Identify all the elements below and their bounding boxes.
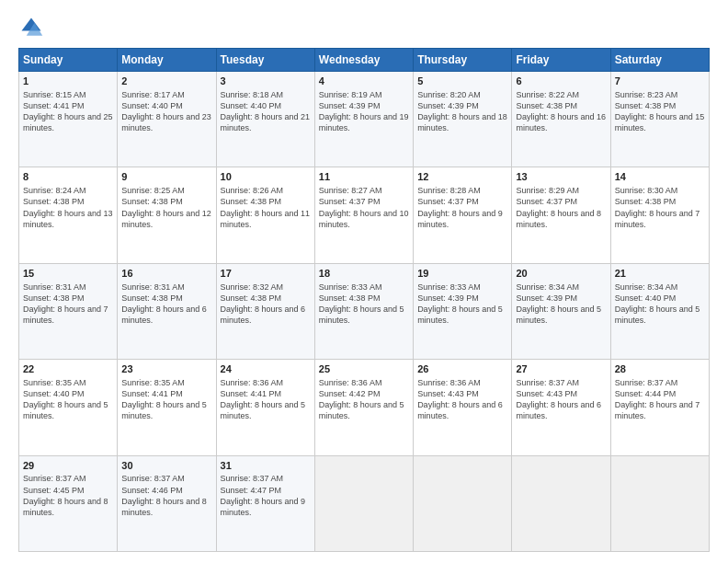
- day-info: Sunrise: 8:31 AMSunset: 4:38 PMDaylight:…: [23, 282, 108, 325]
- calendar-cell: 8Sunrise: 8:24 AMSunset: 4:38 PMDaylight…: [19, 167, 118, 263]
- day-number: 21: [615, 267, 705, 281]
- day-info: Sunrise: 8:25 AMSunset: 4:38 PMDaylight:…: [121, 186, 211, 228]
- day-info: Sunrise: 8:37 AMSunset: 4:47 PMDaylight:…: [221, 474, 306, 516]
- calendar-cell: 26Sunrise: 8:36 AMSunset: 4:43 PMDayligh…: [414, 360, 512, 455]
- day-info: Sunrise: 8:18 AMSunset: 4:40 PMDaylight:…: [221, 90, 311, 132]
- day-number: 23: [121, 362, 211, 376]
- day-number: 1: [23, 75, 113, 88]
- day-header: Sunday: [19, 49, 118, 72]
- calendar-cell: 24Sunrise: 8:36 AMSunset: 4:41 PMDayligh…: [216, 360, 314, 455]
- calendar-header: SundayMondayTuesdayWednesdayThursdayFrid…: [19, 49, 710, 72]
- day-info: Sunrise: 8:37 AMSunset: 4:45 PMDaylight:…: [23, 474, 108, 516]
- calendar-cell: 31Sunrise: 8:37 AMSunset: 4:47 PMDayligh…: [216, 455, 314, 551]
- day-number: 30: [121, 459, 211, 473]
- calendar-cell: 19Sunrise: 8:33 AMSunset: 4:39 PMDayligh…: [414, 263, 512, 359]
- day-info: Sunrise: 8:15 AMSunset: 4:41 PMDaylight:…: [23, 90, 113, 132]
- day-info: Sunrise: 8:31 AMSunset: 4:38 PMDaylight:…: [121, 282, 207, 325]
- day-header: Friday: [512, 49, 610, 72]
- day-header: Wednesday: [314, 49, 413, 72]
- day-number: 6: [516, 75, 606, 88]
- day-info: Sunrise: 8:28 AMSunset: 4:37 PMDaylight:…: [417, 186, 503, 228]
- calendar-cell: 12Sunrise: 8:28 AMSunset: 4:37 PMDayligh…: [414, 167, 512, 263]
- day-number: 15: [23, 267, 113, 281]
- day-info: Sunrise: 8:35 AMSunset: 4:40 PMDaylight:…: [23, 378, 108, 420]
- day-info: Sunrise: 8:36 AMSunset: 4:43 PMDaylight:…: [417, 378, 503, 420]
- calendar-cell: 18Sunrise: 8:33 AMSunset: 4:38 PMDayligh…: [314, 263, 413, 359]
- day-number: 11: [319, 170, 409, 184]
- logo-icon: [18, 15, 44, 40]
- calendar-cell: [610, 455, 709, 551]
- logo: [18, 15, 48, 40]
- day-info: Sunrise: 8:29 AMSunset: 4:37 PMDaylight:…: [516, 186, 601, 228]
- day-info: Sunrise: 8:26 AMSunset: 4:38 PMDaylight:…: [221, 186, 311, 228]
- calendar-cell: 16Sunrise: 8:31 AMSunset: 4:38 PMDayligh…: [118, 263, 216, 359]
- day-header: Thursday: [414, 49, 512, 72]
- calendar-cell: 14Sunrise: 8:30 AMSunset: 4:38 PMDayligh…: [610, 167, 709, 263]
- day-info: Sunrise: 8:36 AMSunset: 4:41 PMDaylight:…: [221, 378, 306, 420]
- day-number: 13: [516, 170, 606, 184]
- calendar-cell: 11Sunrise: 8:27 AMSunset: 4:37 PMDayligh…: [314, 167, 413, 263]
- day-number: 17: [221, 267, 311, 281]
- day-number: 5: [417, 75, 507, 88]
- day-info: Sunrise: 8:37 AMSunset: 4:46 PMDaylight:…: [121, 474, 207, 516]
- day-number: 26: [417, 362, 507, 376]
- calendar-cell: 9Sunrise: 8:25 AMSunset: 4:38 PMDaylight…: [118, 167, 216, 263]
- calendar-cell: 17Sunrise: 8:32 AMSunset: 4:38 PMDayligh…: [216, 263, 314, 359]
- calendar-cell: 2Sunrise: 8:17 AMSunset: 4:40 PMDaylight…: [118, 72, 216, 167]
- calendar-table: SundayMondayTuesdayWednesdayThursdayFrid…: [18, 48, 710, 552]
- calendar-cell: 20Sunrise: 8:34 AMSunset: 4:39 PMDayligh…: [512, 263, 610, 359]
- calendar-cell: [512, 455, 610, 551]
- day-number: 20: [516, 267, 606, 281]
- calendar-cell: 5Sunrise: 8:20 AMSunset: 4:39 PMDaylight…: [414, 72, 512, 167]
- day-number: 12: [417, 170, 507, 184]
- day-number: 28: [615, 362, 705, 376]
- day-number: 4: [319, 75, 409, 88]
- calendar-cell: [414, 455, 512, 551]
- calendar-cell: 25Sunrise: 8:36 AMSunset: 4:42 PMDayligh…: [314, 360, 413, 455]
- calendar-cell: 7Sunrise: 8:23 AMSunset: 4:38 PMDaylight…: [610, 72, 709, 167]
- day-number: 19: [417, 267, 507, 281]
- day-number: 16: [121, 267, 211, 281]
- day-info: Sunrise: 8:35 AMSunset: 4:41 PMDaylight:…: [121, 378, 207, 420]
- day-info: Sunrise: 8:20 AMSunset: 4:39 PMDaylight:…: [417, 90, 507, 132]
- day-info: Sunrise: 8:34 AMSunset: 4:40 PMDaylight:…: [615, 282, 700, 325]
- day-info: Sunrise: 8:24 AMSunset: 4:38 PMDaylight:…: [23, 186, 113, 228]
- day-number: 31: [221, 459, 311, 473]
- day-number: 25: [319, 362, 409, 376]
- calendar-cell: 6Sunrise: 8:22 AMSunset: 4:38 PMDaylight…: [512, 72, 610, 167]
- day-info: Sunrise: 8:33 AMSunset: 4:39 PMDaylight:…: [417, 282, 503, 325]
- day-info: Sunrise: 8:33 AMSunset: 4:38 PMDaylight:…: [319, 282, 404, 325]
- calendar-cell: 23Sunrise: 8:35 AMSunset: 4:41 PMDayligh…: [118, 360, 216, 455]
- calendar-cell: 28Sunrise: 8:37 AMSunset: 4:44 PMDayligh…: [610, 360, 709, 455]
- calendar-cell: 1Sunrise: 8:15 AMSunset: 4:41 PMDaylight…: [19, 72, 118, 167]
- day-number: 18: [319, 267, 409, 281]
- calendar-cell: 21Sunrise: 8:34 AMSunset: 4:40 PMDayligh…: [610, 263, 709, 359]
- day-info: Sunrise: 8:37 AMSunset: 4:43 PMDaylight:…: [516, 378, 601, 420]
- calendar-week-row: 22Sunrise: 8:35 AMSunset: 4:40 PMDayligh…: [19, 360, 710, 455]
- day-info: Sunrise: 8:30 AMSunset: 4:38 PMDaylight:…: [615, 186, 700, 228]
- calendar-cell: 22Sunrise: 8:35 AMSunset: 4:40 PMDayligh…: [19, 360, 118, 455]
- calendar-cell: 3Sunrise: 8:18 AMSunset: 4:40 PMDaylight…: [216, 72, 314, 167]
- calendar-cell: 29Sunrise: 8:37 AMSunset: 4:45 PMDayligh…: [19, 455, 118, 551]
- day-info: Sunrise: 8:34 AMSunset: 4:39 PMDaylight:…: [516, 282, 601, 325]
- day-number: 14: [615, 170, 705, 184]
- day-info: Sunrise: 8:32 AMSunset: 4:38 PMDaylight:…: [221, 282, 306, 325]
- day-number: 29: [23, 459, 113, 473]
- day-number: 27: [516, 362, 606, 376]
- calendar-cell: 30Sunrise: 8:37 AMSunset: 4:46 PMDayligh…: [118, 455, 216, 551]
- day-info: Sunrise: 8:17 AMSunset: 4:40 PMDaylight:…: [121, 90, 211, 132]
- day-info: Sunrise: 8:36 AMSunset: 4:42 PMDaylight:…: [319, 378, 404, 420]
- header-row: SundayMondayTuesdayWednesdayThursdayFrid…: [19, 49, 710, 72]
- day-number: 3: [221, 75, 311, 88]
- day-header: Tuesday: [216, 49, 314, 72]
- calendar-week-row: 1Sunrise: 8:15 AMSunset: 4:41 PMDaylight…: [19, 72, 710, 167]
- page: SundayMondayTuesdayWednesdayThursdayFrid…: [0, 0, 728, 563]
- calendar-cell: 27Sunrise: 8:37 AMSunset: 4:43 PMDayligh…: [512, 360, 610, 455]
- calendar-cell: [314, 455, 413, 551]
- calendar-week-row: 15Sunrise: 8:31 AMSunset: 4:38 PMDayligh…: [19, 263, 710, 359]
- day-header: Monday: [118, 49, 216, 72]
- calendar-cell: 15Sunrise: 8:31 AMSunset: 4:38 PMDayligh…: [19, 263, 118, 359]
- day-number: 22: [23, 362, 113, 376]
- day-info: Sunrise: 8:23 AMSunset: 4:38 PMDaylight:…: [615, 90, 705, 132]
- day-info: Sunrise: 8:22 AMSunset: 4:38 PMDaylight:…: [516, 90, 606, 132]
